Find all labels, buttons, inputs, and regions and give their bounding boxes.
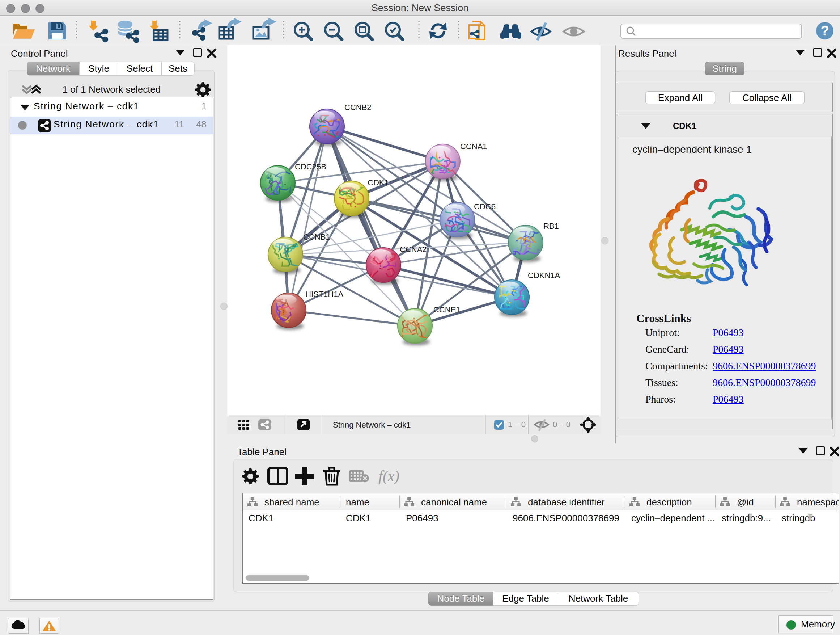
svg-text:?: ?: [821, 23, 829, 38]
svg-text:f(x): f(x): [378, 468, 399, 485]
svg-text:CCNB1: CCNB1: [303, 233, 330, 241]
svg-text:CCNE1: CCNE1: [433, 305, 461, 314]
svg-text:CCNB2: CCNB2: [344, 103, 371, 112]
svg-text:HIST1H1A: HIST1H1A: [305, 290, 343, 299]
svg-text:CCNA1: CCNA1: [460, 142, 487, 151]
svg-text:CCNA2: CCNA2: [400, 245, 427, 254]
svg-text:RB1: RB1: [543, 222, 559, 231]
svg-text:0 – 0: 0 – 0: [553, 420, 570, 429]
svg-text:CDK1: CDK1: [368, 178, 389, 187]
svg-text:String Network – cdk1: String Network – cdk1: [333, 420, 411, 429]
svg-text:1 – 0: 1 – 0: [508, 420, 526, 429]
svg-text:CDC25B: CDC25B: [295, 162, 326, 171]
svg-text:CDC6: CDC6: [474, 202, 496, 211]
svg-text:CDKN1A: CDKN1A: [528, 271, 561, 280]
